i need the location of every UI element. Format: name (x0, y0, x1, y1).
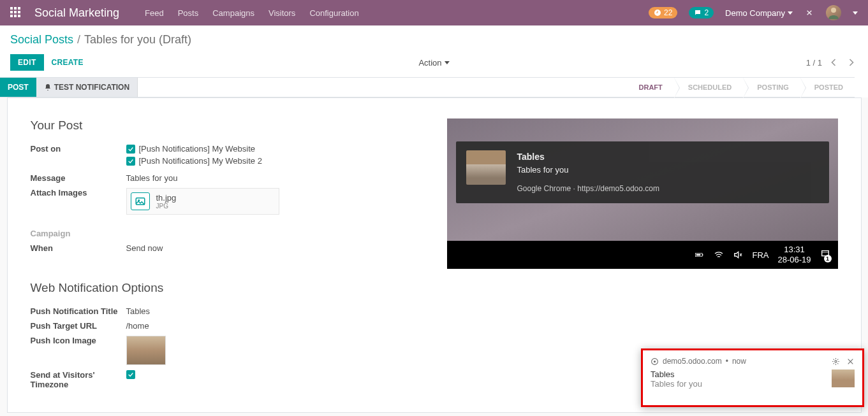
post-on-option-1: [Push Notifications] My Website (126, 144, 422, 154)
svg-rect-4 (702, 254, 703, 256)
svg-point-9 (835, 360, 837, 362)
label-push-title: Push Notification Title (31, 306, 126, 316)
pager: 1 / 1 (806, 56, 858, 69)
svg-point-0 (831, 8, 836, 13)
post-on-option-2: [Push Notifications] My Website 2 (126, 156, 422, 166)
taskbar-date: 28-06-19 (777, 255, 811, 265)
bell-icon (44, 83, 52, 91)
preview-notification-card: Tables Tables for you Google Chrome · ht… (456, 141, 829, 203)
section-web-notif-title: Web Notification Options (31, 281, 422, 295)
battery-icon (695, 250, 705, 260)
preview-title: Tables (517, 150, 659, 164)
label-when: When (31, 243, 126, 253)
gear-icon[interactable] (832, 357, 840, 366)
preview-thumbnail (466, 150, 506, 185)
breadcrumb-root[interactable]: Social Posts (10, 33, 73, 47)
breadcrumb-separator: / (77, 33, 80, 47)
caret-down-icon (445, 61, 450, 64)
checkbox-checked-icon[interactable] (126, 157, 135, 166)
attachment-type: JPG (156, 203, 177, 210)
control-bar: EDIT CREATE Action 1 / 1 (0, 52, 868, 77)
user-avatar[interactable] (826, 5, 841, 20)
push-icon-thumbnail (126, 336, 166, 365)
label-attach-images: Attach Images (31, 188, 126, 215)
user-menu-caret-icon[interactable] (853, 11, 858, 15)
volume-mute-icon (733, 250, 743, 260)
pager-next-icon[interactable] (845, 56, 858, 69)
value-campaign (126, 229, 422, 238)
nav-campaigns[interactable]: Campaigns (212, 8, 254, 18)
label-post-on: Post on (31, 144, 126, 168)
taskbar-notification-icon: 1 (820, 249, 830, 261)
nav-posts[interactable]: Posts (178, 8, 199, 18)
discuss-indicator[interactable]: 2 (689, 7, 714, 18)
notification-body: Tables for you (651, 379, 824, 389)
speech-bubble-icon (694, 9, 702, 17)
value-message: Tables for you (126, 173, 422, 183)
caret-down-icon (788, 11, 793, 15)
developer-tools-icon[interactable] (804, 8, 814, 18)
preview-taskbar: FRA 13:31 28-06-19 1 (447, 241, 838, 269)
value-push-title: Tables (126, 306, 422, 316)
label-message: Message (31, 173, 126, 183)
notification-when: now (732, 357, 746, 366)
breadcrumb: Social Posts / Tables for you (Draft) (0, 25, 868, 52)
preview-body: Tables for you (517, 164, 659, 176)
pager-prev-icon[interactable] (827, 56, 840, 69)
app-brand: Social Marketing (34, 6, 119, 20)
nav-configuration[interactable]: Configuration (309, 8, 358, 18)
image-file-icon (131, 192, 150, 210)
checkbox-checked-icon[interactable] (126, 370, 135, 379)
main-nav: Feed Posts Campaigns Visitors Configurat… (145, 8, 359, 18)
svg-point-8 (654, 360, 656, 362)
attachment-filename: th.jpg (156, 193, 177, 203)
activity-indicator[interactable]: 22 (649, 7, 677, 18)
label-push-icon: Push Icon Image (31, 336, 126, 365)
notification-thumbnail (832, 369, 855, 387)
value-push-url: /home (126, 321, 422, 331)
action-dropdown[interactable]: Action (418, 58, 449, 68)
pager-text: 1 / 1 (806, 58, 822, 68)
post-button[interactable]: POST (0, 78, 36, 97)
topbar: Social Marketing Feed Posts Campaigns Vi… (0, 0, 868, 25)
attachment-chip[interactable]: th.jpg JPG (126, 188, 279, 215)
nav-feed[interactable]: Feed (145, 8, 164, 18)
taskbar-lang: FRA (752, 250, 769, 260)
status-strip: POST TEST NOTIFICATION DRAFT SCHEDULED P… (0, 77, 855, 97)
test-notification-button[interactable]: TEST NOTIFICATION (36, 78, 138, 97)
taskbar-time: 13:31 (777, 245, 811, 255)
stage-bar: DRAFT SCHEDULED POSTING POSTED (625, 78, 855, 97)
label-push-url: Push Target URL (31, 321, 126, 331)
stage-draft[interactable]: DRAFT (625, 78, 674, 97)
notification-preview: Tables Tables for you Google Chrome · ht… (447, 118, 838, 241)
stage-posted[interactable]: POSTED (800, 78, 855, 97)
value-when: Send now (126, 243, 422, 253)
close-icon[interactable] (846, 357, 855, 366)
avatar-placeholder-icon (826, 5, 841, 20)
create-button[interactable]: CREATE (44, 54, 91, 71)
wifi-icon (714, 250, 724, 260)
chrome-icon (651, 357, 659, 366)
label-campaign: Campaign (31, 229, 126, 238)
clock-icon (654, 9, 661, 17)
nav-visitors[interactable]: Visitors (268, 8, 295, 18)
stage-scheduled[interactable]: SCHEDULED (674, 78, 743, 97)
stage-posting[interactable]: POSTING (743, 78, 800, 97)
edit-button[interactable]: EDIT (10, 54, 44, 71)
browser-notification-popup: demo5.odoo.com • now Tables Tables for y… (641, 348, 864, 407)
svg-rect-5 (696, 254, 701, 256)
company-selector[interactable]: Demo Company (725, 8, 793, 18)
checkbox-checked-icon[interactable] (126, 145, 135, 154)
breadcrumb-current: Tables for you (Draft) (84, 33, 191, 47)
notification-origin: demo5.odoo.com (663, 357, 722, 366)
notification-title: Tables (651, 369, 824, 379)
apps-menu-icon[interactable] (10, 7, 22, 18)
preview-meta: Google Chrome · https://demo5.odoo.com (517, 183, 659, 194)
section-your-post-title: Your Post (31, 118, 422, 133)
label-send-at-tz: Send at Visitors' Timezone (31, 370, 126, 389)
